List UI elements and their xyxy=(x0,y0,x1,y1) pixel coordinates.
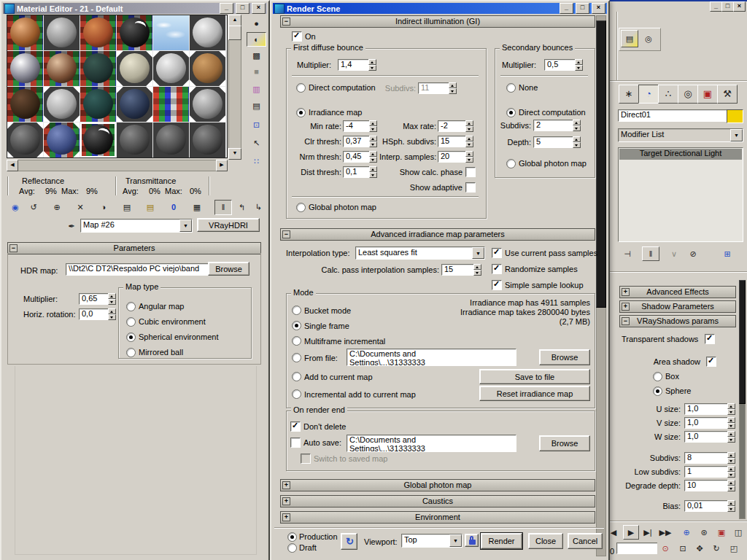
material-sample-slot[interactable] xyxy=(190,87,225,122)
sb-global-photon-radio[interactable] xyxy=(506,159,516,168)
spherical-environment-radio[interactable] xyxy=(126,332,136,342)
arc-rotate-icon[interactable]: ↻ xyxy=(708,541,724,556)
material-sample-slot[interactable] xyxy=(190,15,225,50)
expand-icon[interactable]: + xyxy=(622,288,630,296)
go-to-end-icon[interactable]: ▶▶ xyxy=(657,525,673,540)
fdb-multiplier-spinner[interactable] xyxy=(368,59,376,71)
sample-hscrollbar[interactable] xyxy=(7,160,228,171)
tab-utilities[interactable]: ⚒ xyxy=(717,85,738,104)
material-sample-slot[interactable] xyxy=(44,15,80,50)
material-sample-slot[interactable] xyxy=(7,87,43,122)
minimize-button[interactable]: _ xyxy=(560,3,573,14)
sample-type-icon[interactable]: ● xyxy=(247,16,266,31)
get-material-icon[interactable]: ◉ xyxy=(7,200,24,215)
low-subdivs-field[interactable]: 1 xyxy=(684,466,730,478)
add-to-current-map-radio[interactable] xyxy=(292,372,301,381)
subdivs-field[interactable]: 8 xyxy=(684,452,730,464)
sb-depth-spinner[interactable] xyxy=(573,136,581,148)
sb-subdivs-spinner[interactable] xyxy=(573,120,581,131)
hsph-subdivs-field[interactable]: 15 xyxy=(438,136,468,147)
remove-modifier-icon[interactable]: ⊘ xyxy=(684,246,702,261)
material-sample-slot[interactable] xyxy=(153,51,189,86)
chevron-down-icon[interactable]: ▼ xyxy=(472,247,484,259)
rollout-caustics[interactable]: + Caustics xyxy=(280,495,595,508)
cubic-environment-radio[interactable] xyxy=(126,317,136,327)
put-to-library-icon[interactable]: ▤ xyxy=(118,200,136,215)
configure-modifier-sets-icon[interactable]: ⊞ xyxy=(719,246,736,261)
maximize-button[interactable]: □ xyxy=(236,3,249,14)
direct-computation-radio[interactable] xyxy=(296,83,306,93)
material-sample-slot[interactable] xyxy=(117,87,152,122)
sb-multiplier-spinner[interactable] xyxy=(575,59,583,71)
calc-pass-spinner[interactable] xyxy=(473,264,481,276)
chevron-down-icon[interactable]: ▼ xyxy=(179,219,192,232)
collapse-icon[interactable]: − xyxy=(9,244,18,252)
nrm-thresh-spinner[interactable] xyxy=(369,151,377,163)
expand-icon[interactable]: + xyxy=(282,481,290,489)
tab-motion[interactable]: ◎ xyxy=(678,85,698,104)
render-button[interactable]: Render xyxy=(481,533,522,549)
dialog-scrollbar-thumb[interactable] xyxy=(596,20,606,308)
u-size-field[interactable]: 1,0 xyxy=(684,403,730,415)
expand-icon[interactable]: + xyxy=(282,497,290,505)
main-close-button[interactable]: × xyxy=(733,1,746,12)
expand-icon[interactable]: + xyxy=(622,303,630,311)
auto-save-checkbox[interactable] xyxy=(290,438,301,448)
auto-save-path-field[interactable]: C:\Documents andSettings\...\31333333 xyxy=(347,435,516,452)
play-animation-icon[interactable]: ▶ xyxy=(623,525,639,540)
fdb-subdivs-field[interactable]: 11 xyxy=(418,82,452,94)
hsph-subdivs-spinner[interactable] xyxy=(465,136,473,147)
assign-to-selection-icon[interactable]: ⊕ xyxy=(48,200,66,215)
object-name-field[interactable]: Direct01 xyxy=(618,109,727,122)
mirrored-ball-radio[interactable] xyxy=(126,348,136,357)
collapse-icon[interactable]: − xyxy=(622,317,630,325)
rollout-advanced-effects[interactable]: + Advanced Effects xyxy=(619,286,736,298)
region-zoom-icon[interactable]: ⊡ xyxy=(675,541,691,556)
bucket-mode-radio[interactable] xyxy=(292,306,301,315)
material-editor-titlebar[interactable]: Material Editor - 21 - Default _ □ × xyxy=(3,3,267,14)
status-field[interactable] xyxy=(616,542,659,554)
bias-spinner[interactable] xyxy=(727,500,735,512)
multiplier-field[interactable]: 0,65 xyxy=(79,293,111,305)
background-icon[interactable]: ▩ xyxy=(247,48,266,63)
light-color-swatch[interactable] xyxy=(727,109,743,123)
u-size-spinner[interactable] xyxy=(727,403,735,415)
sb-depth-field[interactable]: 5 xyxy=(533,136,576,148)
rollout-global-photon-map[interactable]: + Global photon map xyxy=(280,479,595,491)
draft-radio[interactable] xyxy=(287,543,297,553)
reset-irradiance-map-button[interactable]: Reset irradiance map xyxy=(479,386,590,401)
horiz-rotation-spinner[interactable] xyxy=(108,308,116,320)
render-shortcut-icon[interactable]: ◎ xyxy=(640,30,657,47)
max-rate-field[interactable]: -2 xyxy=(438,120,468,132)
stack-item-selected[interactable]: Target Directional Light xyxy=(619,149,742,160)
material-map-navigator-icon[interactable]: ∷ xyxy=(247,154,266,168)
v-size-spinner[interactable] xyxy=(727,417,735,429)
interpolation-type-dropdown[interactable]: Least squares fit ▼ xyxy=(355,246,485,260)
pan-icon[interactable]: ✥ xyxy=(692,541,708,556)
scroll-up-icon[interactable]: ▲ xyxy=(228,15,241,26)
sphere-radio[interactable] xyxy=(653,386,662,396)
rollout-advanced-irradiance[interactable]: − Advanced irradiance map parameters xyxy=(280,228,595,241)
w-size-spinner[interactable] xyxy=(727,431,735,443)
transparent-shadows-checkbox[interactable] xyxy=(705,334,715,344)
dist-thresh-spinner[interactable] xyxy=(369,166,377,178)
irradiance-map-radio[interactable] xyxy=(296,108,306,117)
minmax-toggle-icon[interactable]: ◰ xyxy=(726,541,742,556)
interp-samples-spinner[interactable] xyxy=(465,151,473,163)
clr-thresh-field[interactable]: 0,37 xyxy=(343,136,372,147)
put-material-icon[interactable]: ▤ xyxy=(621,30,638,47)
zoom-extents-all-icon[interactable]: ◫ xyxy=(730,525,746,540)
gi-on-checkbox[interactable] xyxy=(292,31,302,42)
from-file-browse-button[interactable]: Browse xyxy=(539,349,590,365)
v-size-field[interactable]: 1,0 xyxy=(684,417,730,429)
material-sample-slot[interactable] xyxy=(153,122,189,158)
main-restore-button[interactable]: □ xyxy=(721,1,734,12)
multiplier-spinner[interactable] xyxy=(108,293,116,305)
sb-multiplier-field[interactable]: 0,5 xyxy=(544,59,578,71)
fdb-global-photon-radio[interactable] xyxy=(296,203,306,212)
video-color-check-icon[interactable]: ▥ xyxy=(247,82,266,96)
pin-stack-icon[interactable]: ⊣ xyxy=(619,246,636,261)
rollout-indirect-illumination[interactable]: − Indirect illumination (GI) xyxy=(280,15,595,28)
make-unique-icon[interactable]: ◑ xyxy=(95,200,112,215)
modifier-list-dropdown[interactable]: Modifier List ▼ xyxy=(618,128,743,142)
